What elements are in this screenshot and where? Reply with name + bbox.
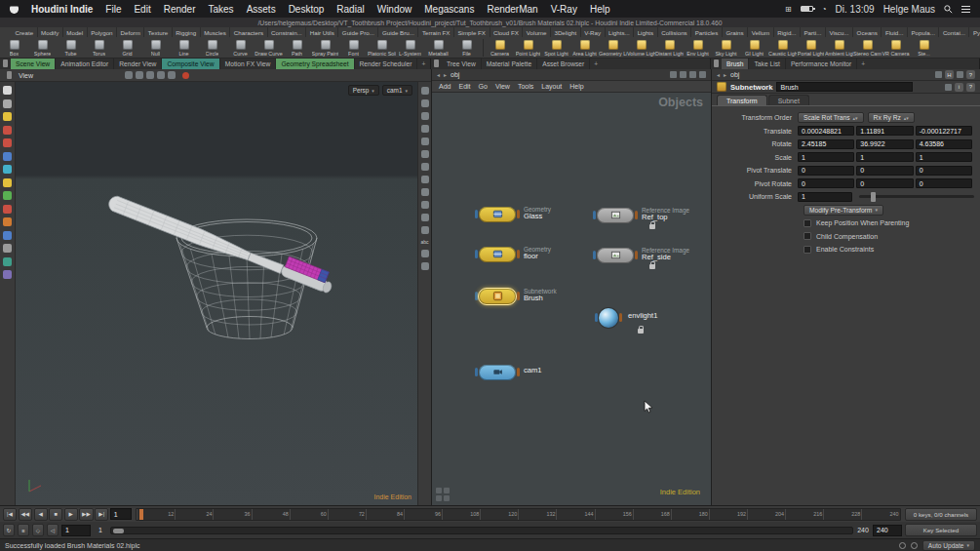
shelf-tab[interactable]: Viscu...	[826, 27, 853, 37]
gear-icon[interactable]	[945, 84, 952, 91]
shelf-tool[interactable]: Spray Paint	[311, 39, 339, 57]
shelf-tab[interactable]: Lights	[634, 27, 658, 37]
node-brush[interactable]: SubnetworkBrush	[475, 288, 521, 304]
render-flag[interactable]	[619, 313, 622, 322]
goto-start-button[interactable]: |◀	[3, 508, 17, 521]
tab-subnet[interactable]: Subnet	[768, 95, 809, 105]
menubar-item[interactable]: Edit	[134, 4, 150, 15]
tab-composite-view[interactable]: Composite View	[162, 59, 219, 69]
shelf-tab[interactable]: Rigging	[173, 27, 201, 37]
shelf-light-tool[interactable]: Env Light	[684, 39, 712, 57]
lighting-mode-icon[interactable]	[421, 112, 429, 120]
render-flag[interactable]	[517, 210, 520, 218]
camera-list-icon[interactable]	[421, 87, 429, 95]
menubar-item[interactable]: Desktop	[289, 4, 325, 15]
shelf-light-tool[interactable]: Ambient Light	[825, 39, 853, 57]
tab-scene-view[interactable]: Scene View	[11, 59, 56, 69]
shelf-light-tool[interactable]: Distant Light	[655, 39, 684, 57]
param-field-z[interactable]: 1	[916, 152, 972, 162]
projection-dropdown[interactable]: Persp▾	[348, 85, 379, 96]
network-menu-item[interactable]: Tools	[518, 83, 533, 90]
pane-pin-icon[interactable]	[714, 59, 719, 67]
tab-take-list[interactable]: Take List	[749, 59, 785, 69]
shelf-tab[interactable]: Lights...	[606, 27, 635, 37]
comb-tool-icon[interactable]	[3, 270, 12, 279]
houdini-help-icon[interactable]: H	[945, 70, 954, 79]
shelf-light-tool[interactable]: Portal Light	[797, 39, 825, 57]
network-overview-icon[interactable]	[689, 71, 696, 78]
checkbox[interactable]	[804, 246, 811, 254]
viewport-canvas[interactable]: Persp▾ cam1▾ Indie Edition	[16, 82, 417, 505]
shelf-tab[interactable]: Contai...	[939, 27, 969, 37]
notification-center-icon[interactable]	[961, 9, 970, 10]
shelf-tab[interactable]: Modify	[38, 27, 63, 37]
shelf-tab[interactable]: Volume	[523, 27, 551, 37]
timeline-tick[interactable]: 108	[442, 509, 480, 520]
paint-tool-icon[interactable]	[3, 205, 12, 214]
transform-order-dropdown[interactable]: Scale Rot Trans▴▾	[798, 112, 864, 123]
timeline-tick[interactable]: 96	[404, 509, 442, 520]
menubar-item[interactable]: Megascans	[424, 4, 474, 15]
network-menu-item[interactable]: Layout	[541, 83, 562, 90]
tab-render-view[interactable]: Render View	[114, 59, 162, 69]
param-field-x[interactable]: 0	[798, 178, 854, 188]
normals-display-icon[interactable]	[421, 188, 429, 196]
display-flag[interactable]	[593, 211, 596, 219]
render-flag[interactable]	[517, 292, 520, 300]
shelf-tool[interactable]: Torus	[85, 39, 113, 57]
shelf-light-tool[interactable]: Volume Light	[627, 39, 655, 57]
checkbox[interactable]	[804, 232, 811, 240]
shelf-tab[interactable]: Guide Bru...	[378, 27, 418, 37]
uniform-scale-field[interactable]: 1	[798, 192, 852, 202]
menubar-item[interactable]: Render	[164, 4, 196, 15]
shelf-tab[interactable]: Hair Utils	[306, 27, 338, 37]
shelf-tool[interactable]: L-System	[396, 39, 424, 57]
node-ref-top[interactable]: Reference ImageRef_top	[593, 207, 639, 223]
shelf-tab[interactable]: Terrain FX	[418, 27, 454, 37]
node-glass[interactable]: GeometryGlass	[475, 206, 521, 222]
timeline-tick[interactable]: 60	[290, 509, 328, 520]
tab-material-palette[interactable]: Material Palette	[482, 59, 537, 69]
global-range-start-field[interactable]: 1	[61, 525, 91, 536]
play-reverse-button[interactable]: ◀◀	[19, 508, 33, 521]
timeline-tick[interactable]: 144	[556, 509, 594, 520]
render-flag[interactable]	[517, 368, 520, 376]
menubar-app-name[interactable]: Houdini Indie	[31, 4, 93, 15]
flipbook-record-icon[interactable]	[182, 72, 189, 79]
checkbox[interactable]	[804, 219, 811, 227]
nav-back-icon[interactable]: ◂	[437, 71, 440, 78]
wrench-icon[interactable]	[935, 71, 942, 78]
timeline-tick[interactable]: 24	[175, 509, 213, 520]
tab-transform[interactable]: Transform	[717, 95, 767, 105]
lasso-select-icon[interactable]	[146, 71, 154, 79]
playback-range-start[interactable]: 1	[94, 527, 107, 533]
help-icon[interactable]: ?	[966, 70, 975, 79]
shelf-tool[interactable]: Sphere	[28, 39, 57, 57]
slide-tool-icon[interactable]	[3, 257, 12, 266]
param-field-z[interactable]: 4.63586	[916, 139, 972, 149]
param-field-z[interactable]: -0.000122717	[916, 126, 972, 136]
view-layout-icon[interactable]	[421, 99, 429, 107]
menubar-item[interactable]: RenderMan	[487, 4, 537, 15]
timeline-tick[interactable]: 204	[747, 509, 785, 520]
param-field-x[interactable]: 0	[798, 166, 854, 176]
shelf-light-tool[interactable]: Area Light	[570, 39, 599, 57]
network-menu-item[interactable]: Go	[479, 83, 488, 90]
timeline-tick[interactable]: 240	[861, 509, 899, 520]
timeline-tick[interactable]: 180	[671, 509, 709, 520]
goto-end-button[interactable]: ▶|	[95, 508, 108, 521]
render-flag[interactable]	[635, 251, 638, 259]
wireframe-icon[interactable]	[421, 138, 429, 145]
shelf-tab[interactable]: Fluid...	[882, 27, 908, 37]
shelf-light-tool[interactable]: Caustic Light	[768, 39, 797, 57]
select-tool-icon[interactable]	[3, 86, 12, 95]
shelf-tab[interactable]: Popula...	[908, 27, 939, 37]
text-overlay-icon[interactable]: abc	[420, 239, 428, 245]
param-field-z[interactable]: 0	[916, 178, 972, 188]
network-quickmarks[interactable]	[436, 488, 450, 501]
stop-button[interactable]: ■	[49, 508, 62, 521]
nav-forward-icon[interactable]: ▸	[724, 71, 726, 78]
shelf-tab[interactable]: 3Delight	[551, 27, 581, 37]
node-cam1[interactable]: cam1	[475, 364, 521, 380]
pose-tool-icon[interactable]	[3, 152, 12, 161]
